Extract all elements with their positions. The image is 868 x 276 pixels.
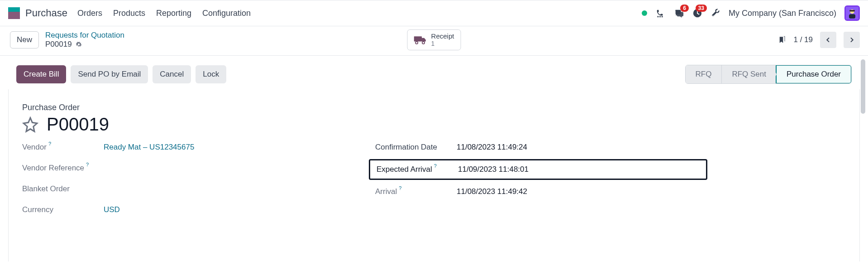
receipt-count: 1 xyxy=(431,40,454,47)
help-icon[interactable]: ? xyxy=(434,163,437,169)
breadcrumb: Requests for Quotation P00019 xyxy=(45,31,124,49)
bookmark-icon[interactable] xyxy=(778,35,786,45)
messages-badge: 6 xyxy=(680,5,689,12)
top-navbar: Purchase Orders Products Reporting Confi… xyxy=(0,0,868,26)
voip-icon[interactable] xyxy=(655,8,665,18)
activities-icon[interactable]: 33 xyxy=(692,8,702,18)
vendor-link[interactable]: Ready Mat – US12345675 xyxy=(104,143,194,151)
expected-arrival-label: Expected Arrival? xyxy=(377,165,458,174)
app-title[interactable]: Purchase xyxy=(25,7,67,19)
send-po-email-button[interactable]: Send PO by Email xyxy=(71,65,148,83)
activities-badge: 33 xyxy=(696,5,707,12)
pager-next-button[interactable] xyxy=(844,32,860,48)
tools-icon[interactable] xyxy=(711,8,720,18)
breadcrumb-parent-link[interactable]: Requests for Quotation xyxy=(45,31,124,40)
pager-text[interactable]: 1 / 19 xyxy=(793,35,813,44)
currency-value[interactable]: USD xyxy=(104,205,120,214)
help-icon[interactable]: ? xyxy=(48,141,51,146)
action-bar: Create Bill Send PO by Email Cancel Lock… xyxy=(8,59,860,89)
status-bar: RFQ RFQ Sent Purchase Order xyxy=(685,65,852,84)
status-step-rfq[interactable]: RFQ xyxy=(686,65,722,83)
svg-rect-5 xyxy=(849,14,855,18)
svg-point-9 xyxy=(422,41,424,44)
svg-rect-7 xyxy=(414,36,422,41)
form-left-column: Vendor? Ready Mat – US12345675 Vendor Re… xyxy=(22,143,348,214)
systray: 6 33 My Company (San Francisco) xyxy=(642,5,860,21)
nav-reporting[interactable]: Reporting xyxy=(156,9,191,18)
user-avatar[interactable] xyxy=(844,5,860,21)
arrival-value: 11/08/2023 11:49:42 xyxy=(457,187,527,196)
create-bill-button[interactable]: Create Bill xyxy=(16,65,66,83)
vendor-reference-label: Vendor Reference? xyxy=(22,164,104,173)
arrival-label: Arrival? xyxy=(375,187,457,196)
nav-products[interactable]: Products xyxy=(113,9,145,18)
pager-prev-button[interactable] xyxy=(820,32,836,48)
help-icon[interactable]: ? xyxy=(86,162,89,167)
form-right-column: Confirmation Date 11/08/2023 11:49:24 Ex… xyxy=(375,143,701,214)
brand-logo[interactable] xyxy=(8,7,20,19)
lock-button[interactable]: Lock xyxy=(196,65,226,83)
record-title: P00019 xyxy=(47,114,109,135)
confirmation-date-label: Confirmation Date xyxy=(375,143,457,152)
truck-icon xyxy=(414,35,427,45)
receipt-smart-button[interactable]: Receipt 1 xyxy=(407,29,461,50)
status-step-purchase-order[interactable]: Purchase Order xyxy=(776,65,852,84)
svg-rect-0 xyxy=(658,16,659,17)
gear-icon[interactable] xyxy=(76,41,82,48)
vendor-label: Vendor? xyxy=(22,143,104,152)
svg-point-8 xyxy=(415,41,418,44)
cancel-button[interactable]: Cancel xyxy=(153,65,191,83)
status-step-rfq-sent[interactable]: RFQ Sent xyxy=(721,65,776,83)
expected-arrival-value[interactable]: 11/09/2023 11:48:01 xyxy=(458,165,529,174)
blanket-order-label: Blanket Order xyxy=(22,184,104,194)
chevron-right-icon xyxy=(848,36,855,44)
company-switcher[interactable]: My Company (San Francisco) xyxy=(729,9,836,18)
record-type-label: Purchase Order xyxy=(22,103,846,112)
help-icon[interactable]: ? xyxy=(399,185,401,191)
confirmation-date-value: 11/08/2023 11:49:24 xyxy=(457,143,527,152)
presence-status-icon[interactable] xyxy=(642,10,647,16)
expected-arrival-highlight: Expected Arrival? 11/09/2023 11:48:01 xyxy=(369,159,707,180)
scrollbar-thumb[interactable] xyxy=(861,59,865,114)
new-button[interactable]: New xyxy=(10,31,39,48)
svg-rect-1 xyxy=(659,16,661,17)
currency-label: Currency xyxy=(22,205,104,214)
form-sheet: Purchase Order P00019 Vendor? Ready Mat … xyxy=(8,89,860,261)
svg-rect-6 xyxy=(849,10,855,12)
nav-orders[interactable]: Orders xyxy=(77,9,102,18)
receipt-label: Receipt xyxy=(431,33,454,40)
priority-star-icon[interactable] xyxy=(22,116,38,133)
chevron-left-icon xyxy=(825,36,832,44)
svg-rect-2 xyxy=(662,16,663,17)
control-panel: New Requests for Quotation P00019 Receip… xyxy=(0,26,868,56)
breadcrumb-current: P00019 xyxy=(45,40,124,49)
breadcrumb-current-text: P00019 xyxy=(45,40,72,49)
messages-icon[interactable]: 6 xyxy=(673,8,684,18)
nav-configuration[interactable]: Configuration xyxy=(202,9,251,18)
